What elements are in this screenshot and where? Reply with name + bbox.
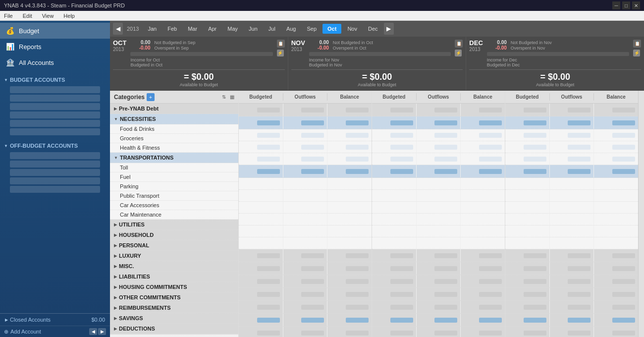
help-menu[interactable]: Help — [61, 13, 77, 19]
cat-row-car-maintenance[interactable]: Car Maintenance — [110, 210, 238, 220]
dec-lightning-icon[interactable]: ⚡ — [633, 50, 640, 56]
cat-label-pre-ynab: Pre-YNAB Debt — [119, 106, 159, 112]
cat-row-transportation[interactable]: ▼ TRANSPORTATIONS — [110, 153, 238, 163]
month-tab-jan[interactable]: Jan — [143, 24, 161, 34]
filter-icon[interactable]: ▦ — [230, 94, 234, 100]
dec-col-header: Budgeted Outflows Balance — [505, 91, 638, 104]
cat-row-deductions[interactable]: ▶ DEDUCTIONS — [110, 324, 238, 334]
budget-accounts-header[interactable]: ▼ Budget Accounts — [0, 74, 110, 85]
month-tab-nov[interactable]: Nov — [342, 24, 362, 34]
cat-row-health[interactable]: Health & Fitness — [110, 143, 238, 153]
oct-cell-6[interactable] — [327, 116, 372, 129]
oct-data-public — [239, 214, 372, 225]
month-tab-mar[interactable]: Mar — [183, 24, 202, 34]
month-tab-apr[interactable]: Apr — [203, 24, 221, 34]
cat-row-public-transport[interactable]: Public Transport — [110, 191, 238, 201]
oct-copy-icon[interactable]: 📋 — [277, 40, 285, 48]
nov-lightning-icon[interactable]: ⚡ — [455, 50, 462, 56]
dec-copy-icon[interactable]: 📋 — [633, 40, 641, 48]
cat-row-housing[interactable]: ▶ HOUSING COMMITMENTS — [110, 282, 238, 292]
cat-label-car-accessories: Car Accessories — [120, 202, 159, 208]
sidebar-item-budget[interactable]: 💰 Budget — [0, 23, 110, 39]
month-nav: ◀ 2013 Jan Feb Mar Apr May Jun Jul Aug S… — [110, 21, 644, 37]
cat-label-toll: Toll — [120, 165, 128, 170]
month-tab-sep[interactable]: Sep — [302, 24, 322, 34]
cat-row-savings[interactable]: ▶ SAVINGS — [110, 313, 238, 324]
oct-cell-1[interactable] — [239, 104, 283, 116]
cat-row-other-commitments[interactable]: ▶ OTHER COMMITMENTS — [110, 292, 238, 303]
cat-label-household: HOUSEHOLD — [119, 232, 154, 238]
oct-cell-5[interactable] — [283, 116, 328, 129]
cat-label-savings: SAVINGS — [119, 315, 143, 321]
nov-data-necessities — [372, 116, 505, 129]
deductions-triangle: ▶ — [114, 327, 117, 331]
oct-line4: Budgeted in Oct — [130, 62, 272, 67]
oct-food-2[interactable] — [283, 129, 328, 141]
nov-line4: Budgeted in Nov — [309, 62, 451, 67]
month-panels: OCT 2013 0.00 Not Budgeted in Sep -0.00 … — [110, 37, 644, 91]
cat-label-groceries: Groceries — [120, 135, 144, 141]
off-budget-account-4 — [10, 177, 100, 184]
cat-row-utilities[interactable]: ▶ UTILITIES — [110, 220, 238, 230]
vertical-scrollbar[interactable] — [638, 91, 644, 337]
cat-row-parking[interactable]: Parking — [110, 182, 238, 191]
oct-icons: 📋 ⚡ — [277, 40, 285, 56]
closed-accounts-row[interactable]: ▶ Closed Accounts $0.00 — [0, 314, 110, 326]
cat-row-reimbursements[interactable]: ▶ REIMBURSEMENTS — [110, 303, 238, 313]
sidebar-item-reports[interactable]: 📊 Reports — [0, 39, 110, 55]
off-budget-accounts-header[interactable]: ▼ Off-Budget Accounts — [0, 140, 110, 151]
cat-row-toll[interactable]: Toll — [110, 163, 238, 172]
cat-row-food[interactable]: Food & Drinks — [110, 124, 238, 134]
cat-row-necessities[interactable]: ▼ NECESSITIES — [110, 114, 238, 124]
file-menu[interactable]: File — [2, 13, 15, 19]
cat-row-luxury[interactable]: ▶ LUXURY — [110, 251, 238, 261]
cat-row-fuel[interactable]: Fuel — [110, 172, 238, 182]
cat-row-car-accessories[interactable]: Car Accessories — [110, 201, 238, 210]
maximize-button[interactable]: □ — [622, 1, 630, 9]
nov-copy-icon[interactable]: 📋 — [455, 40, 463, 48]
oct-cell-2[interactable] — [283, 104, 328, 116]
oct-cell-3[interactable] — [327, 104, 372, 116]
minimize-button[interactable]: ─ — [612, 1, 620, 9]
cat-row-misc[interactable]: ▶ MISC. — [110, 261, 238, 272]
month-tab-dec[interactable]: Dec — [363, 24, 383, 34]
housing-triangle: ▶ — [114, 285, 117, 289]
nov-panel-header: NOV 2013 0.00 Not Budgeted in Oct -0.00 … — [291, 40, 463, 67]
hidden-categories-row[interactable]: Hidden Categories — [110, 334, 238, 337]
month-tab-jul[interactable]: Jul — [264, 24, 280, 34]
cat-row-pre-ynab[interactable]: ▶ Pre-YNAB Debt — [110, 104, 238, 114]
sidebar-all-accounts-label: All Accounts — [19, 59, 54, 66]
cat-row-personal[interactable]: ▶ PERSONAL — [110, 240, 238, 251]
close-button[interactable]: ✕ — [632, 1, 640, 9]
categories-header: Categories + ⇅ ▦ — [110, 91, 238, 104]
oct-lightning-icon[interactable]: ⚡ — [277, 50, 284, 56]
month-tab-feb[interactable]: Feb — [162, 24, 182, 34]
prev-arrow[interactable]: ◀ — [89, 328, 97, 335]
oct-food-1[interactable] — [239, 129, 283, 141]
reports-icon: 📊 — [5, 42, 15, 52]
month-tab-oct[interactable]: Oct — [322, 24, 341, 34]
month-tab-jun[interactable]: Jun — [244, 24, 263, 34]
month-next-button[interactable]: ▶ — [384, 23, 394, 35]
next-arrow[interactable]: ▶ — [98, 328, 106, 335]
month-tab-aug[interactable]: Aug — [281, 24, 301, 34]
cat-row-groceries[interactable]: Groceries — [110, 134, 238, 143]
sidebar-item-all-accounts[interactable]: 🏦 All Accounts — [0, 55, 110, 70]
view-menu[interactable]: View — [40, 13, 56, 19]
cat-row-household[interactable]: ▶ HOUSEHOLD — [110, 230, 238, 240]
cat-row-liabilities[interactable]: ▶ LIABILITIES — [110, 272, 238, 282]
budget-account-5 — [10, 120, 100, 127]
oct-cell-4[interactable] — [239, 116, 283, 129]
nov-line2: -0.00 Overspent in Oct — [309, 45, 451, 51]
cat-label-necessities: NECESSITIES — [120, 116, 156, 122]
add-account-button[interactable]: ⊕ Add Account — [4, 329, 41, 335]
add-category-button[interactable]: + — [147, 93, 155, 101]
cat-label-utilities: UTILITIES — [119, 222, 145, 227]
sort-icon[interactable]: ⇅ — [222, 94, 226, 100]
month-tab-may[interactable]: May — [222, 24, 243, 34]
oct-outflows-header: Outflows — [283, 93, 328, 101]
oct-food-3[interactable] — [327, 129, 372, 141]
luxury-triangle: ▶ — [114, 254, 117, 258]
edit-menu[interactable]: Edit — [21, 13, 34, 19]
month-prev-button[interactable]: ◀ — [113, 23, 123, 35]
